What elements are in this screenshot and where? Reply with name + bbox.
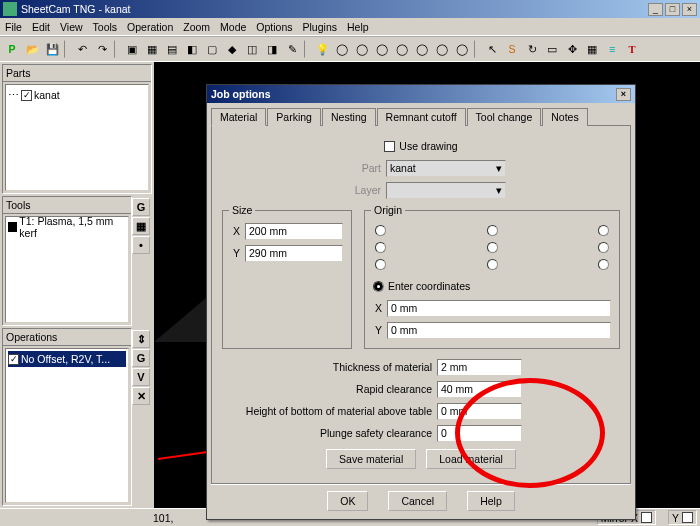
ok-button[interactable]: OK bbox=[327, 491, 368, 511]
parts-item-label: kanat bbox=[34, 89, 60, 101]
ops-btn-g[interactable]: G bbox=[132, 349, 150, 367]
toolbar-c3-icon[interactable]: ◯ bbox=[372, 39, 392, 59]
toolbar-rot-icon[interactable]: ↻ bbox=[522, 39, 542, 59]
toolbar-view4-icon[interactable]: ◧ bbox=[182, 39, 202, 59]
status-coords: 101, bbox=[153, 512, 173, 524]
origin-radio-bc[interactable] bbox=[487, 259, 498, 270]
tab-parking[interactable]: Parking bbox=[267, 108, 321, 126]
toolbar-c6-icon[interactable]: ◯ bbox=[432, 39, 452, 59]
toolbar-line-icon[interactable]: ≡ bbox=[602, 39, 622, 59]
size-y-input[interactable]: 290 mm bbox=[245, 245, 343, 262]
menu-options[interactable]: Options bbox=[256, 21, 292, 33]
menu-operation[interactable]: Operation bbox=[127, 21, 173, 33]
menu-edit[interactable]: Edit bbox=[32, 21, 50, 33]
menu-plugins[interactable]: Plugins bbox=[303, 21, 337, 33]
height-input[interactable]: 0 mm bbox=[437, 403, 522, 420]
part-select[interactable]: kanat▾ bbox=[386, 160, 506, 177]
toolbar-c7-icon[interactable]: ◯ bbox=[452, 39, 472, 59]
toolbar-c2-icon[interactable]: ◯ bbox=[352, 39, 372, 59]
dialog-title: Job options bbox=[211, 88, 271, 100]
menu-help[interactable]: Help bbox=[347, 21, 369, 33]
status-y[interactable]: Y bbox=[668, 510, 697, 525]
load-material-button[interactable]: Load material bbox=[426, 449, 516, 469]
tools-item[interactable]: T1: Plasma, 1,5 mm kerf bbox=[8, 219, 126, 235]
origin-radio-mc[interactable] bbox=[487, 242, 498, 253]
tools-btn-dot[interactable]: • bbox=[132, 236, 150, 254]
toolbar-hint-icon[interactable]: 💡 bbox=[312, 39, 332, 59]
toolbar-grid-icon[interactable]: ▦ bbox=[582, 39, 602, 59]
ops-btn-v[interactable]: V bbox=[132, 368, 150, 386]
toolbar-pencil-icon[interactable]: ✎ bbox=[282, 39, 302, 59]
ops-btn-delete[interactable]: ✕ bbox=[132, 387, 150, 405]
origin-x-label: X bbox=[373, 302, 387, 314]
menu-zoom[interactable]: Zoom bbox=[183, 21, 210, 33]
origin-radio-tc[interactable] bbox=[487, 225, 498, 236]
layer-select[interactable]: ▾ bbox=[386, 182, 506, 199]
menu-mode[interactable]: Mode bbox=[220, 21, 246, 33]
maximize-button[interactable]: □ bbox=[665, 3, 680, 16]
tree-dots: ⋯ bbox=[8, 89, 19, 101]
toolbar-undo-icon[interactable]: ↶ bbox=[72, 39, 92, 59]
ops-item[interactable]: ✓ No Offset, R2V, T... bbox=[8, 351, 126, 367]
toolbar-text-icon[interactable]: T bbox=[622, 39, 642, 59]
toolbar-arrow-icon[interactable]: ↖ bbox=[482, 39, 502, 59]
toolbar-post-icon[interactable]: P bbox=[2, 39, 22, 59]
toolbar-s-icon[interactable]: S bbox=[502, 39, 522, 59]
toolbar-view3-icon[interactable]: ▤ bbox=[162, 39, 182, 59]
origin-radio-mr[interactable] bbox=[598, 242, 609, 253]
origin-y-input[interactable]: 0 mm bbox=[387, 322, 611, 339]
origin-radio-coords[interactable] bbox=[373, 281, 384, 292]
tools-item-label: T1: Plasma, 1,5 mm kerf bbox=[19, 216, 126, 239]
origin-radio-tr[interactable] bbox=[598, 225, 609, 236]
origin-radio-ml[interactable] bbox=[375, 242, 386, 253]
menu-file[interactable]: File bbox=[5, 21, 22, 33]
tab-notes[interactable]: Notes bbox=[542, 108, 587, 126]
origin-x-input[interactable]: 0 mm bbox=[387, 300, 611, 317]
tab-toolchange[interactable]: Tool change bbox=[467, 108, 542, 126]
menu-tools[interactable]: Tools bbox=[93, 21, 118, 33]
ops-item-checkbox[interactable]: ✓ bbox=[8, 354, 19, 365]
enter-coords-label: Enter coordinates bbox=[388, 280, 470, 292]
toolbar-c5-icon[interactable]: ◯ bbox=[412, 39, 432, 59]
minimize-button[interactable]: _ bbox=[648, 3, 663, 16]
toolbar-view5-icon[interactable]: ▢ bbox=[202, 39, 222, 59]
toolbar-view6-icon[interactable]: ◆ bbox=[222, 39, 242, 59]
tools-btn-grid[interactable]: ▦ bbox=[132, 217, 150, 235]
ops-btn-updown[interactable]: ⇕ bbox=[132, 330, 150, 348]
toolbar-save-icon[interactable]: 💾 bbox=[42, 39, 62, 59]
toolbar-move-icon[interactable]: ✥ bbox=[562, 39, 582, 59]
title-bar: SheetCam TNG - kanat _ □ × bbox=[0, 0, 700, 18]
dialog-buttons: OK Cancel Help bbox=[211, 484, 631, 519]
origin-radio-tl[interactable] bbox=[375, 225, 386, 236]
toolbar-open-icon[interactable]: 📂 bbox=[22, 39, 42, 59]
menu-view[interactable]: View bbox=[60, 21, 83, 33]
tab-nesting[interactable]: Nesting bbox=[322, 108, 376, 126]
toolbar-c1-icon[interactable]: ◯ bbox=[332, 39, 352, 59]
toolbar-view2-icon[interactable]: ▦ bbox=[142, 39, 162, 59]
size-x-input[interactable]: 200 mm bbox=[245, 223, 343, 240]
plunge-input[interactable]: 0 bbox=[437, 425, 522, 442]
rapid-input[interactable]: 40 mm bbox=[437, 381, 522, 398]
toolbar-view1-icon[interactable]: ▣ bbox=[122, 39, 142, 59]
thickness-input[interactable]: 2 mm bbox=[437, 359, 522, 376]
close-button[interactable]: × bbox=[682, 3, 697, 16]
toolbar-view7-icon[interactable]: ◫ bbox=[242, 39, 262, 59]
toolbar-redo-icon[interactable]: ↷ bbox=[92, 39, 112, 59]
tools-btn-g[interactable]: G bbox=[132, 198, 150, 216]
toolbar-c4-icon[interactable]: ◯ bbox=[392, 39, 412, 59]
cancel-button[interactable]: Cancel bbox=[388, 491, 447, 511]
use-drawing-checkbox[interactable] bbox=[384, 141, 395, 152]
tab-material[interactable]: Material bbox=[211, 108, 266, 126]
origin-radio-br[interactable] bbox=[598, 259, 609, 270]
parts-item-checkbox[interactable]: ✓ bbox=[21, 90, 32, 101]
origin-radio-bl[interactable] bbox=[375, 259, 386, 270]
parts-item[interactable]: ⋯ ✓ kanat bbox=[8, 87, 146, 103]
left-column: Parts ⋯ ✓ kanat Tools T1: Plasma, 1,5 mm… bbox=[0, 62, 154, 508]
toolbar-view8-icon[interactable]: ◨ bbox=[262, 39, 282, 59]
tab-remnant[interactable]: Remnant cutoff bbox=[377, 108, 466, 126]
toolbar-sel-icon[interactable]: ▭ bbox=[542, 39, 562, 59]
help-button[interactable]: Help bbox=[467, 491, 515, 511]
tools-side-buttons: G ▦ • bbox=[132, 196, 152, 326]
save-material-button[interactable]: Save material bbox=[326, 449, 416, 469]
dialog-close-button[interactable]: × bbox=[616, 88, 631, 101]
